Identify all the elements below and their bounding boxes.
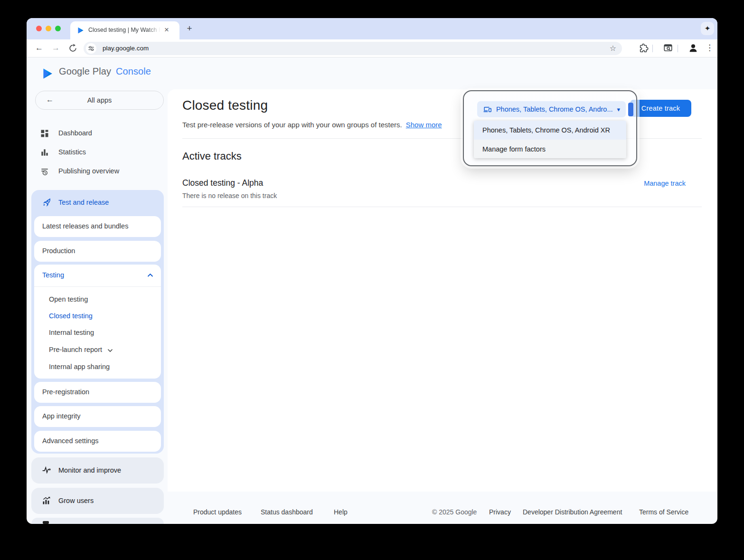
logo-console-text[interactable]: Console xyxy=(116,66,151,77)
browser-window: Closed testing | My Watch Fac × + ✦ ← → … xyxy=(27,18,717,524)
footer-link-help[interactable]: Help xyxy=(334,508,348,516)
browser-toolbar: ← → play.google.com ☆ xyxy=(27,39,717,57)
subitem-label: Internal app sharing xyxy=(49,363,110,370)
sidebar-item-label: Test and release xyxy=(58,199,109,206)
extensions-icon[interactable] xyxy=(639,43,649,53)
card-label: Production xyxy=(42,247,75,255)
sidebar-item-publishing-overview[interactable]: Publishing overview xyxy=(35,162,163,180)
sidebar-item-open-testing[interactable]: Open testing xyxy=(34,292,161,307)
subitem-label: Internal testing xyxy=(49,329,94,336)
track-name: Closed testing - Alpha xyxy=(182,178,263,188)
form-factor-selected-value: Phones, Tablets, Chrome OS, Andro... xyxy=(496,105,613,113)
sidebar-item-label: Monitor and improve xyxy=(58,466,121,474)
create-track-button[interactable]: Create track xyxy=(630,100,691,117)
all-apps-label: All apps xyxy=(36,96,163,104)
toolbar-divider xyxy=(678,45,678,52)
test-and-release-group: Test and release Latest releases and bun… xyxy=(31,190,164,454)
footer-link-distribution-agreement[interactable]: Developer Distribution Agreement xyxy=(523,508,622,516)
url-text[interactable]: play.google.com xyxy=(103,45,149,52)
reload-icon[interactable] xyxy=(68,44,77,53)
publishing-overview-icon xyxy=(40,167,49,176)
sidebar-group-testing: Testing Open testing Closed testing Inte… xyxy=(34,265,161,379)
active-tracks-heading: Active tracks xyxy=(182,150,242,162)
browser-tab[interactable]: Closed testing | My Watch Fac × xyxy=(70,21,179,39)
divider xyxy=(34,286,161,287)
sidebar-item-dashboard[interactable]: Dashboard xyxy=(35,124,163,142)
sparkle-icon[interactable]: ✦ xyxy=(701,22,714,35)
card-label: Advanced settings xyxy=(42,437,99,445)
sidebar-item-internal-testing[interactable]: Internal testing xyxy=(34,325,161,341)
menu-item-phones-tablets[interactable]: Phones, Tablets, Chrome OS, Android XR xyxy=(474,121,626,140)
logo-google-play-text[interactable]: Google Play xyxy=(59,66,111,77)
show-more-link[interactable]: Show more xyxy=(406,121,442,129)
tab-search-icon[interactable] xyxy=(663,43,673,53)
sidebar-item-testing[interactable]: Testing xyxy=(34,265,161,286)
devices-icon xyxy=(483,105,492,114)
card-label: App integrity xyxy=(42,412,81,420)
sidebar-item-production[interactable]: Production xyxy=(34,241,161,262)
pulse-icon xyxy=(42,465,51,475)
subitem-label-active: Closed testing xyxy=(49,312,93,320)
sidebar-item-internal-app-sharing[interactable]: Internal app sharing xyxy=(34,360,161,375)
menu-item-manage-form-factors[interactable]: Manage form factors xyxy=(474,140,626,158)
minimize-window-button[interactable] xyxy=(46,26,51,31)
footer-link-terms[interactable]: Terms of Service xyxy=(639,508,688,516)
dropdown-caret-icon: ▾ xyxy=(617,106,620,113)
create-track-button-sliver xyxy=(628,103,633,116)
statistics-icon xyxy=(40,148,49,157)
sidebar-item-label: Dashboard xyxy=(58,129,92,137)
maximize-window-button[interactable] xyxy=(55,26,61,31)
google-play-logo-icon xyxy=(42,67,54,80)
play-store-favicon xyxy=(77,27,85,34)
subitem-label: Pre-launch report xyxy=(49,346,102,353)
browser-profile-icon[interactable] xyxy=(688,43,698,53)
page-title: Closed testing xyxy=(182,98,268,113)
card-label: Pre-registration xyxy=(42,388,89,396)
form-factor-menu: Phones, Tablets, Chrome OS, Android XR M… xyxy=(474,121,626,158)
tab-strip: Closed testing | My Watch Fac × + ✦ xyxy=(27,18,717,39)
sidebar-item-advanced-settings[interactable]: Advanced settings xyxy=(34,431,161,452)
sidebar-item-label: Statistics xyxy=(58,148,86,156)
toolbar-divider xyxy=(652,45,653,52)
testing-label: Testing xyxy=(42,271,64,279)
sidebar-item-label: Publishing overview xyxy=(58,167,119,175)
console-header: Google Play Console Unread notifications xyxy=(27,57,717,89)
footer-link-privacy[interactable]: Privacy xyxy=(489,508,511,516)
site-settings-icon[interactable] xyxy=(86,43,96,54)
sidebar-item-closed-testing[interactable]: Closed testing xyxy=(34,309,161,324)
tab-title: Closed testing | My Watch Fac xyxy=(88,27,160,33)
track-status: There is no release on this track xyxy=(182,192,277,199)
browser-menu-icon[interactable]: ⋮ xyxy=(706,43,714,53)
subitem-label: Open testing xyxy=(49,295,88,303)
close-window-button[interactable] xyxy=(36,26,42,31)
sidebar-item-monitor-and-improve[interactable]: Monitor and improve xyxy=(31,457,164,484)
sidebar-item-pre-registration[interactable]: Pre-registration xyxy=(34,382,161,403)
sidebar-item-statistics[interactable]: Statistics xyxy=(35,143,163,161)
rocket-icon xyxy=(42,198,51,207)
sidebar-item-latest-releases[interactable]: Latest releases and bundles xyxy=(34,216,161,237)
form-factor-selector[interactable]: Phones, Tablets, Chrome OS, Andro... ▾ xyxy=(477,101,626,117)
bookmark-star-icon[interactable]: ☆ xyxy=(610,44,616,53)
new-tab-button[interactable]: + xyxy=(183,22,196,35)
sidebar-item-test-and-release[interactable]: Test and release xyxy=(37,194,158,211)
page-description: Test pre-release versions of your app wi… xyxy=(182,121,442,129)
address-bar[interactable]: play.google.com ☆ xyxy=(84,42,622,55)
sidebar-item-pre-launch-report[interactable]: Pre-launch report xyxy=(34,342,161,358)
close-tab-icon[interactable]: × xyxy=(164,25,169,35)
all-apps-button[interactable]: ← All apps xyxy=(35,91,164,110)
console-footer: Product updates Status dashboard Help © … xyxy=(27,492,717,524)
forward-icon[interactable]: → xyxy=(52,43,60,53)
chevron-up-icon xyxy=(147,273,153,277)
description-text: Test pre-release versions of your app wi… xyxy=(182,121,402,129)
form-factor-dropdown-overlay: Phones, Tablets, Chrome OS, Andro... ▾ P… xyxy=(463,90,637,166)
manage-track-link[interactable]: Manage track xyxy=(644,180,686,187)
footer-link-product-updates[interactable]: Product updates xyxy=(193,508,242,516)
footer-copyright: © 2025 Google xyxy=(432,508,477,516)
dashboard-icon xyxy=(40,129,49,138)
sidebar-item-app-integrity[interactable]: App integrity xyxy=(34,406,161,427)
footer-link-status-dashboard[interactable]: Status dashboard xyxy=(261,508,313,516)
card-label: Latest releases and bundles xyxy=(42,222,128,230)
divider xyxy=(182,207,702,207)
chevron-down-icon xyxy=(107,349,113,352)
back-icon[interactable]: ← xyxy=(35,43,43,53)
